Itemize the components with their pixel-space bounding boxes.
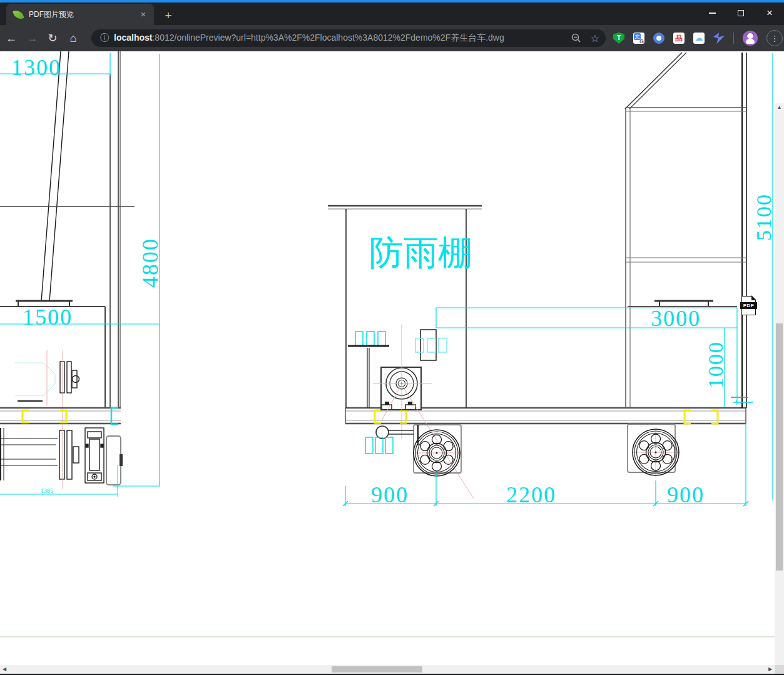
new-tab-button[interactable]: + <box>160 8 176 24</box>
window-controls: × <box>698 3 784 24</box>
tab-close-icon[interactable]: × <box>138 9 149 20</box>
bookmark-star-icon[interactable]: ☆ <box>591 33 599 44</box>
page-fold <box>751 295 756 300</box>
dim-1300-label: 1300 <box>11 55 61 80</box>
forward-button[interactable]: → <box>23 29 41 48</box>
motor-unit <box>381 367 421 410</box>
horizontal-scroll-thumb[interactable] <box>332 666 422 672</box>
vertical-scroll-thumb[interactable] <box>776 323 783 571</box>
scroll-up-icon[interactable]: ▲ <box>775 103 784 112</box>
left-wheel <box>414 425 461 476</box>
dim-4800-label: 4800 <box>138 238 163 288</box>
address-bar[interactable]: ⓘ localhost:8012/onlinePreview?url=http%… <box>91 29 606 47</box>
browser-menu-button[interactable]: ⋮ <box>766 30 783 46</box>
shelter-label: 防雨棚 <box>369 233 472 273</box>
blue-ring-icon[interactable] <box>653 33 664 44</box>
minimize-button[interactable] <box>698 3 726 24</box>
back-button[interactable]: ← <box>2 29 21 48</box>
zoom-icon[interactable] <box>571 33 582 44</box>
dim-2200-label: 2200 <box>506 482 556 507</box>
dim-1500-label: 1500 <box>23 305 73 330</box>
cloud-icon[interactable]: ☁ <box>693 33 705 44</box>
spring-leaf-favicon-icon <box>13 9 24 20</box>
reload-button[interactable]: ↻ <box>43 29 62 48</box>
url-host: localhost <box>114 33 152 43</box>
tab-title: PDF图片预览 <box>29 9 138 20</box>
dim-900-left-label: 900 <box>371 482 409 507</box>
scrollbar-corner <box>775 665 784 674</box>
dimension-lines <box>0 53 773 506</box>
dim-900-right-label: 900 <box>667 482 705 507</box>
tab-strip: PDF图片预览 × + × <box>0 3 784 25</box>
scroll-left-icon[interactable]: ◀ <box>0 665 9 674</box>
page-info-icon[interactable]: ⓘ <box>100 33 109 44</box>
dim-1385-label: 1385 <box>41 487 53 494</box>
translate-icon[interactable]: 文 G <box>633 33 644 44</box>
pdf-file-icon[interactable]: PDF <box>741 296 756 315</box>
url-path: :8012/onlinePreview?url=http%3A%2F%2Floc… <box>152 33 504 43</box>
vertical-scrollbar[interactable]: ▲ ▼ <box>775 103 784 675</box>
horizontal-scrollbar[interactable]: ◀ ▶ <box>0 665 775 674</box>
cad-drawing: 1300 4800 1500 1385 防雨棚 3000 1000 5100 9… <box>0 51 775 675</box>
extensions-area: T 文 G 品 ☁ ⋮ <box>613 29 783 47</box>
scroll-right-icon[interactable]: ▶ <box>766 665 775 674</box>
translate-g-glyph: G <box>639 38 644 44</box>
profile-avatar[interactable] <box>743 31 758 46</box>
preview-page: 1300 4800 1500 1385 防雨棚 3000 1000 5100 9… <box>0 51 784 675</box>
dim-5100-label: 5100 <box>752 193 775 241</box>
dim-3000-label: 3000 <box>651 306 701 331</box>
bird-icon[interactable] <box>713 33 725 44</box>
right-wheel <box>628 424 679 475</box>
browser-tab[interactable]: PDF图片预览 × <box>6 4 154 25</box>
browser-toolbar: ← → ↻ ⌂ ⓘ localhost:8012/onlinePreview?u… <box>0 25 784 51</box>
maximize-button[interactable] <box>726 3 755 24</box>
pdf-badge: PDF <box>740 302 757 309</box>
url-text: localhost:8012/onlinePreview?url=http%3A… <box>114 33 562 44</box>
deck-cyan-bracket <box>111 408 118 424</box>
dim-1000-label: 1000 <box>704 341 727 388</box>
grid-badge-icon[interactable]: 品 <box>673 33 685 44</box>
deck-yellow-brackets <box>23 410 718 424</box>
left-view-structure <box>0 51 135 408</box>
browser-window: PDF图片预览 × + × ← → ↻ ⌂ ⓘ localhost:8012/o… <box>0 0 784 675</box>
axle-rod <box>365 426 414 454</box>
tampermonkey-shield-icon[interactable]: T <box>613 33 624 44</box>
tall-frame <box>625 53 748 408</box>
home-button[interactable]: ⌂ <box>64 29 83 48</box>
toolbar-separator <box>733 33 734 44</box>
window-close-button[interactable]: × <box>755 3 784 24</box>
